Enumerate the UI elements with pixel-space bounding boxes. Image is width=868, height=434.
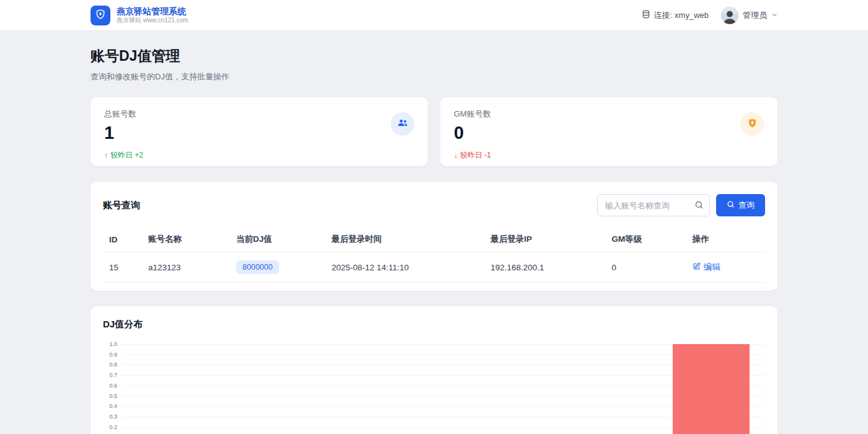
cell-gm-level: 0 (606, 252, 686, 283)
col-header-dj-value: 当前DJ值 (230, 227, 326, 252)
shield-logo-icon (95, 9, 106, 22)
stat-change: ↑ 较昨日 +2 (104, 150, 414, 161)
chart-ytick-label: 0.9 (109, 352, 117, 357)
cell-actions: 编辑 (686, 252, 765, 283)
brand: 燕京驿站管理系统 燕京驿站 www.cn121.com (91, 6, 188, 25)
col-header-last-login-time: 最后登录时间 (326, 227, 484, 252)
table-header-row: ID 账号名称 当前DJ值 最后登录时间 最后登录IP GM等级 操作 (103, 227, 765, 252)
accounts-table: ID 账号名称 当前DJ值 最后登录时间 最后登录IP GM等级 操作 15 a… (103, 227, 765, 283)
stat-change: ↓ 较昨日 -1 (454, 150, 764, 161)
chart-gridline (122, 406, 765, 407)
chart-ytick-label: 0.4 (109, 404, 117, 409)
app-subtitle: 燕京驿站 www.cn121.com (117, 17, 188, 25)
dj-value-badge: 8000000 (236, 260, 279, 274)
chart-ytick-label: 0.7 (109, 373, 117, 378)
chart-gridline (122, 417, 765, 417)
avatar (721, 7, 738, 24)
edit-button[interactable]: 编辑 (693, 262, 720, 273)
stat-icon-circle (740, 112, 764, 136)
header-right: 连接: xmy_web 管理员 (642, 7, 777, 24)
page-title: 账号DJ值管理 (91, 46, 777, 66)
users-icon (397, 117, 409, 131)
user-name: 管理员 (743, 10, 767, 21)
stat-label: 总账号数 (104, 108, 414, 120)
chart-area: 1.00.90.80.70.60.50.40.30.20.10 (103, 344, 765, 434)
connection-label: 连接: xmy_web (654, 10, 709, 21)
chart-gridline (122, 365, 765, 365)
page-head: 账号DJ值管理 查询和修改账号的DJ值，支持批量操作 (91, 46, 777, 82)
col-header-last-login-ip: 最后登录IP (484, 227, 605, 252)
chart-gridline (122, 355, 765, 355)
chart-gridline (122, 386, 765, 386)
chart-gridline (122, 344, 765, 345)
stat-change-text: 较昨日 -1 (460, 150, 491, 161)
col-header-gm-level: GM等级 (606, 227, 686, 252)
chart-gridline (122, 375, 765, 376)
chart-ytick-label: 0.2 (109, 424, 117, 430)
user-menu[interactable]: 管理员 (721, 7, 777, 24)
chevron-down-icon (771, 11, 777, 20)
chart-gridline (122, 427, 765, 428)
page-subtitle: 查询和修改账号的DJ值，支持批量操作 (91, 71, 777, 82)
chart-ytick-label: 0.6 (109, 383, 117, 388)
search-wrap (597, 194, 710, 216)
stat-card-gm-accounts: GM账号数 0 ↓ 较昨日 -1 (440, 97, 777, 166)
shield-icon (747, 118, 758, 131)
col-header-actions: 操作 (686, 227, 765, 252)
stat-label: GM账号数 (454, 108, 764, 120)
stat-change-text: 较昨日 +2 (110, 150, 143, 161)
chart-bar (673, 344, 750, 434)
stat-value: 1 (104, 123, 414, 143)
account-query-card: 账号查询 查询 (91, 182, 777, 291)
search-icon (727, 200, 735, 210)
cell-last-login-ip: 192.168.200.1 (484, 252, 605, 283)
cell-account-name: a123123 (142, 252, 230, 283)
search-input[interactable] (597, 194, 710, 216)
stat-icon-circle (391, 112, 414, 136)
search-icon (694, 200, 704, 212)
brand-text: 燕京驿站管理系统 燕京驿站 www.cn121.com (117, 6, 188, 25)
col-header-account-name: 账号名称 (142, 227, 230, 252)
edit-label: 编辑 (704, 262, 720, 273)
stat-value: 0 (454, 123, 764, 143)
app-title: 燕京驿站管理系统 (117, 6, 188, 17)
col-header-id: ID (103, 227, 142, 252)
chart-ytick-label: 1.0 (109, 342, 117, 347)
top-header: 燕京驿站管理系统 燕京驿站 www.cn121.com 连接: xmy_web (0, 0, 868, 31)
table-row: 15 a123123 8000000 2025-08-12 14:11:10 1… (103, 252, 765, 283)
cell-id: 15 (103, 252, 142, 283)
database-icon (642, 10, 650, 20)
query-button[interactable]: 查询 (716, 194, 765, 216)
cell-dj-value: 8000000 (230, 252, 326, 283)
chart-ytick-label: 0.8 (109, 362, 117, 368)
stat-card-total-accounts: 总账号数 1 ↑ 较昨日 +2 (91, 97, 428, 166)
query-tools: 查询 (597, 194, 765, 216)
cell-last-login-time: 2025-08-12 14:11:10 (326, 252, 484, 283)
chart-plot (122, 344, 765, 434)
query-section-title: 账号查询 (103, 200, 140, 211)
chart-gridline (122, 396, 765, 397)
chart-y-axis: 1.00.90.80.70.60.50.40.30.20.10 (103, 344, 122, 434)
connection-status: 连接: xmy_web (642, 10, 709, 21)
arrow-down-icon: ↓ (454, 151, 458, 160)
edit-icon (693, 262, 701, 272)
chart-title: DJ值分布 (103, 319, 765, 330)
dj-distribution-card: DJ值分布 1.00.90.80.70.60.50.40.30.20.10 (91, 306, 777, 434)
stats-row: 总账号数 1 ↑ 较昨日 +2 GM账号数 0 (91, 97, 777, 166)
chart-ytick-label: 0.5 (109, 393, 117, 399)
brand-logo (91, 6, 110, 25)
query-button-label: 查询 (738, 200, 755, 211)
chart-ytick-label: 0.3 (109, 414, 117, 419)
arrow-up-icon: ↑ (104, 151, 108, 160)
